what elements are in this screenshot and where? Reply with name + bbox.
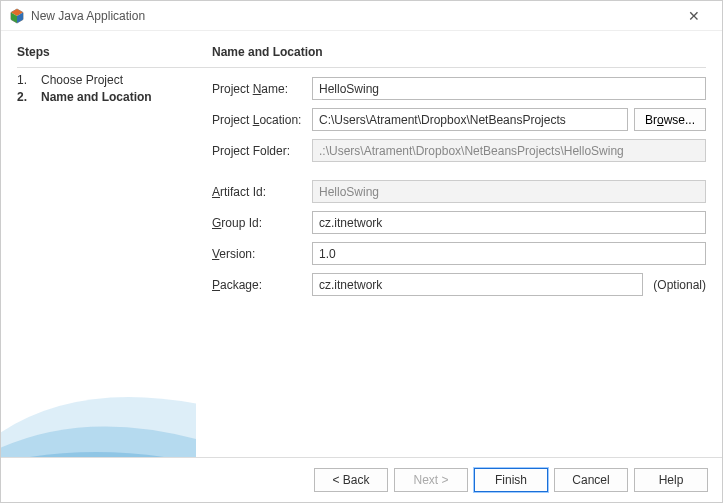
input-project-location[interactable]: [312, 108, 628, 131]
footer-buttons: < Back Next > Finish Cancel Help: [1, 457, 722, 502]
label-project-location: Project Location:: [212, 113, 312, 127]
form-panel: Name and Location Project Name: Project …: [196, 31, 722, 457]
step-2: 2. Name and Location: [17, 90, 180, 104]
divider: [17, 67, 196, 68]
content-area: Steps 1. Choose Project 2. Name and Loca…: [1, 31, 722, 457]
input-group-id[interactable]: [312, 211, 706, 234]
label-package: Package:: [212, 278, 312, 292]
row-artifact-id: Artifact Id:: [212, 180, 706, 203]
window-title: New Java Application: [31, 9, 674, 23]
titlebar: New Java Application ✕: [1, 1, 722, 31]
next-button: Next >: [394, 468, 468, 492]
input-package[interactable]: [312, 273, 643, 296]
finish-button[interactable]: Finish: [474, 468, 548, 492]
row-version: Version:: [212, 242, 706, 265]
netbeans-icon: [9, 8, 25, 24]
input-version[interactable]: [312, 242, 706, 265]
label-group-id: Group Id:: [212, 216, 312, 230]
cancel-button[interactable]: Cancel: [554, 468, 628, 492]
steps-heading: Steps: [17, 45, 180, 59]
close-icon[interactable]: ✕: [674, 4, 714, 28]
step-label: Choose Project: [41, 73, 123, 87]
optional-hint: (Optional): [653, 278, 706, 292]
back-button[interactable]: < Back: [314, 468, 388, 492]
row-package: Package: (Optional): [212, 273, 706, 296]
input-artifact-id: [312, 180, 706, 203]
divider: [196, 67, 706, 68]
decorative-swoosh: [1, 297, 196, 457]
label-project-folder: Project Folder:: [212, 144, 312, 158]
input-project-name[interactable]: [312, 77, 706, 100]
label-version: Version:: [212, 247, 312, 261]
input-project-folder: [312, 139, 706, 162]
row-project-location: Project Location: Browse...: [212, 108, 706, 131]
step-number: 1.: [17, 73, 31, 87]
step-label: Name and Location: [41, 90, 152, 104]
steps-list: 1. Choose Project 2. Name and Location: [17, 73, 180, 104]
step-1: 1. Choose Project: [17, 73, 180, 87]
steps-panel: Steps 1. Choose Project 2. Name and Loca…: [1, 31, 196, 457]
browse-button[interactable]: Browse...: [634, 108, 706, 131]
help-button[interactable]: Help: [634, 468, 708, 492]
label-artifact-id: Artifact Id:: [212, 185, 312, 199]
row-project-folder: Project Folder:: [212, 139, 706, 162]
form-heading: Name and Location: [212, 45, 706, 59]
step-number: 2.: [17, 90, 31, 104]
row-group-id: Group Id:: [212, 211, 706, 234]
label-project-name: Project Name:: [212, 82, 312, 96]
row-project-name: Project Name:: [212, 77, 706, 100]
